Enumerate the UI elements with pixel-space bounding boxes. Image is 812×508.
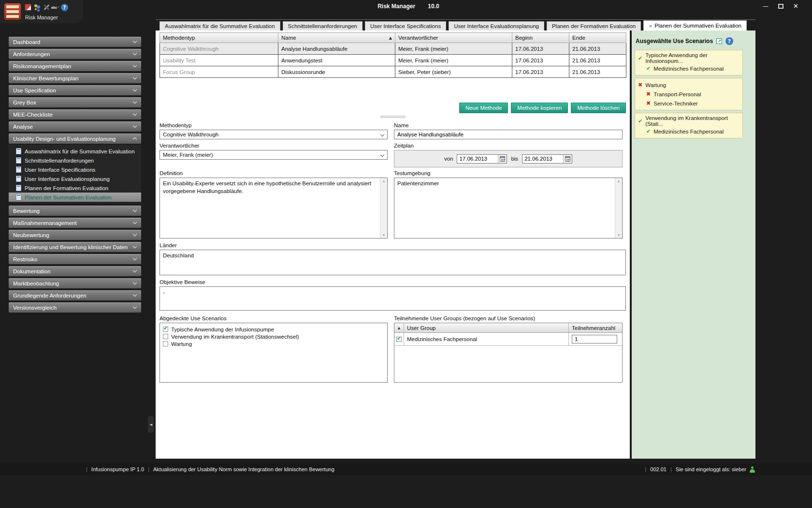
table-row[interactable]: Focus Group Diskussionsrunde Sieber, Pet… bbox=[160, 66, 626, 78]
tab-bar: Auswahlmatrix für die Summative Evaluati… bbox=[160, 20, 747, 30]
definition-textarea[interactable]: Ein Usability-Experte versetzt sich in e… bbox=[160, 178, 388, 239]
sidebar-item-anforderungen[interactable]: Anforderungen bbox=[9, 49, 141, 59]
scroll-down-icon[interactable]: ▼ bbox=[618, 233, 620, 237]
sidebar-subitem-ui-specifications[interactable]: User Interface Specifications bbox=[9, 165, 141, 174]
sidebar-collapse-handle[interactable]: ◄ bbox=[148, 416, 154, 433]
sidebar-item-risikomanagementplan[interactable]: Risikomanagementplan bbox=[9, 61, 141, 71]
scroll-up-icon[interactable]: ▲ bbox=[383, 179, 385, 183]
usergroup-status-row: ✔Medizinisches Fachpersonal bbox=[646, 127, 740, 136]
table-row[interactable]: Cognitive Walkthrough Analyse Handlungsa… bbox=[160, 43, 626, 55]
sidebar-item-dokumentation[interactable]: Dokumentation bbox=[9, 266, 141, 276]
sidebar-subitem-ui-evaluationsplanung[interactable]: User Interface Evaluationsplanung bbox=[9, 174, 141, 183]
cross-icon: ✖ bbox=[646, 91, 651, 97]
sidebar-subitem-auswahlmatrix[interactable]: Auswahlmatrix für die Summative Evaluati… bbox=[9, 147, 141, 156]
column-header-ende[interactable]: Ende bbox=[569, 33, 626, 43]
tools-icon[interactable] bbox=[43, 3, 50, 11]
column-header-methodentyp[interactable]: Methodentyp bbox=[160, 33, 278, 43]
column-header-teilnehmeranzahl[interactable]: Teilnehmeranzahl bbox=[569, 325, 622, 331]
sidebar-subitem-planen-formativen[interactable]: Planen der Formativen Evaluation bbox=[9, 183, 141, 193]
sidebar-item-use-specification[interactable]: Use Specification bbox=[9, 85, 141, 95]
cross-icon: ✖ bbox=[638, 82, 642, 88]
table-row[interactable]: ✔ Medizinisches Fachpersonal bbox=[394, 333, 622, 346]
tab-planen-formativen[interactable]: Planen der Formativen Evaluation bbox=[547, 21, 641, 30]
scroll-down-icon[interactable]: ▼ bbox=[383, 233, 385, 237]
tab-ui-specifications[interactable]: User Interface Specifications bbox=[365, 21, 446, 30]
column-header-name[interactable]: Name▲ bbox=[278, 33, 395, 43]
sidebar-item-bewertung[interactable]: Bewertung bbox=[9, 206, 141, 216]
start-date-input[interactable] bbox=[457, 155, 498, 163]
sidebar-item-restrisiko[interactable]: Restrisiko bbox=[9, 254, 141, 264]
list-item[interactable]: Verwendung im Krankentransport (Stations… bbox=[163, 333, 384, 340]
sidebar-item-klinischer-bewertungsplan[interactable]: Klinischer Bewertungsplan bbox=[9, 73, 141, 83]
usergroup-status-row: ✖Service-Techniker bbox=[646, 99, 740, 108]
sidebar-item-grundlegende-anforderungen[interactable]: Grundlegende Anforderungen bbox=[9, 290, 141, 300]
sidebar-subitem-planen-summativen[interactable]: Planen der Summativen Evaluation bbox=[9, 193, 141, 202]
methodentyp-select[interactable]: Cognitive Walkthrough bbox=[160, 130, 388, 139]
collapse-arrow-icon: ◄ bbox=[149, 422, 152, 427]
usergroups-table: ▲ User Group Teilnehmeranzahl ✔ Medizini… bbox=[394, 323, 623, 383]
splitter-handle[interactable] bbox=[160, 116, 626, 119]
checkbox-unchecked[interactable] bbox=[163, 341, 168, 346]
participant-count-field[interactable] bbox=[572, 335, 617, 344]
verantwortlicher-select[interactable]: Meier, Frank (meier) bbox=[160, 150, 388, 160]
maximize-button[interactable] bbox=[778, 4, 783, 9]
help-icon[interactable]: ? bbox=[725, 37, 733, 45]
chevron-down-icon bbox=[133, 220, 137, 224]
tab-schnittstellenanforderungen[interactable]: Schnittstellenanforderungen bbox=[283, 21, 362, 30]
column-header-usergroup[interactable]: User Group bbox=[404, 323, 569, 332]
window-title: Risk Manager 10.0 bbox=[377, 3, 439, 10]
sidebar-item-grey-box[interactable]: Grey Box bbox=[9, 97, 141, 107]
list-item[interactable]: Wartung bbox=[163, 340, 384, 347]
calendar-button[interactable] bbox=[563, 155, 572, 163]
testumgebung-textarea[interactable]: Patientenzimmer ▲▼ bbox=[394, 178, 623, 239]
sidebar-item-analyse[interactable]: Analyse bbox=[9, 121, 141, 132]
spellcheck-icon[interactable]: abc✓ bbox=[52, 3, 59, 11]
sidebar-item-mee-checkliste[interactable]: MEE-Checkliste bbox=[9, 109, 141, 120]
cross-icon: ✖ bbox=[646, 100, 651, 106]
chevron-down-icon bbox=[380, 153, 384, 157]
copy-method-button[interactable]: Methode kopieren bbox=[511, 103, 568, 113]
tab-ui-evaluationsplanung[interactable]: User Interface Evaluationsplanung bbox=[449, 21, 544, 30]
calendar-button[interactable] bbox=[498, 155, 507, 163]
tab-auswahlmatrix[interactable]: Auswahlmatrix für die Summative Evaluati… bbox=[160, 21, 280, 30]
scrollbar[interactable]: ▲▼ bbox=[380, 178, 387, 238]
sidebar-item-marktbeobachtung[interactable]: Marktbeobachtung bbox=[9, 278, 141, 288]
sidebar-item-dashboard[interactable]: Dashboard bbox=[9, 37, 141, 47]
project-description: Aktualisierung der Usability Norm sowie … bbox=[153, 466, 334, 472]
library-icon[interactable] bbox=[24, 3, 32, 11]
tab-planen-summativen[interactable]: »Planen der Summativen Evaluation bbox=[643, 20, 747, 30]
new-method-button[interactable]: Neue Methode bbox=[459, 103, 508, 113]
column-header-beginn[interactable]: Beginn bbox=[512, 33, 569, 43]
app-logo-icon bbox=[4, 3, 21, 20]
laender-textarea[interactable]: Deutschland bbox=[160, 250, 626, 275]
checkbox-checked[interactable]: ✔ bbox=[163, 327, 168, 332]
close-button[interactable]: ✕ bbox=[793, 2, 798, 10]
sidebar-item-usability-design[interactable]: Usability Design- und Evaluationsplanung bbox=[9, 134, 141, 144]
minimize-button[interactable]: — bbox=[763, 2, 768, 10]
scrollbar[interactable]: ▲▼ bbox=[615, 178, 622, 238]
check-icon: ✔ bbox=[646, 128, 651, 134]
help-icon[interactable]: ? bbox=[61, 4, 68, 11]
usergroups-sort-column[interactable]: ▲ bbox=[394, 323, 404, 332]
end-date-input[interactable] bbox=[522, 155, 563, 163]
sidebar-item-neubewertung[interactable]: Neubewertung bbox=[9, 230, 141, 240]
document-icon bbox=[16, 194, 21, 200]
document-icon bbox=[16, 148, 21, 154]
checkbox-unchecked[interactable] bbox=[163, 334, 168, 339]
column-header-verantwortlicher[interactable]: Verantwortlicher bbox=[395, 33, 512, 43]
name-field[interactable] bbox=[394, 130, 623, 139]
scroll-up-icon[interactable]: ▲ bbox=[618, 179, 620, 183]
users-icon[interactable] bbox=[33, 3, 41, 11]
sidebar-subitem-schnittstellenanforderungen[interactable]: Schnittstellenanforderungen bbox=[9, 156, 141, 165]
check-icon: ✔ bbox=[646, 65, 651, 72]
table-row[interactable]: Usability Test Anwendungstest Meier, Fra… bbox=[160, 55, 626, 66]
document-icon bbox=[16, 185, 21, 191]
external-link-icon[interactable]: ↗ bbox=[716, 38, 722, 44]
beweise-textarea[interactable]: - bbox=[160, 286, 626, 311]
list-item[interactable]: ✔ Typische Anwendung der Infusionspumpe bbox=[163, 326, 384, 333]
checkbox-checked[interactable]: ✔ bbox=[396, 337, 402, 342]
sidebar-item-versionsvergleich[interactable]: Versionsvergleich bbox=[9, 302, 141, 313]
sidebar-item-identifizierung-klinischer-daten[interactable]: Identifizierung und Bewertung klinischer… bbox=[9, 242, 141, 252]
delete-method-button[interactable]: Methode löschen bbox=[571, 103, 626, 113]
sidebar-item-massnahmenmanagement[interactable]: Maßnahmenmanagement bbox=[9, 218, 141, 228]
